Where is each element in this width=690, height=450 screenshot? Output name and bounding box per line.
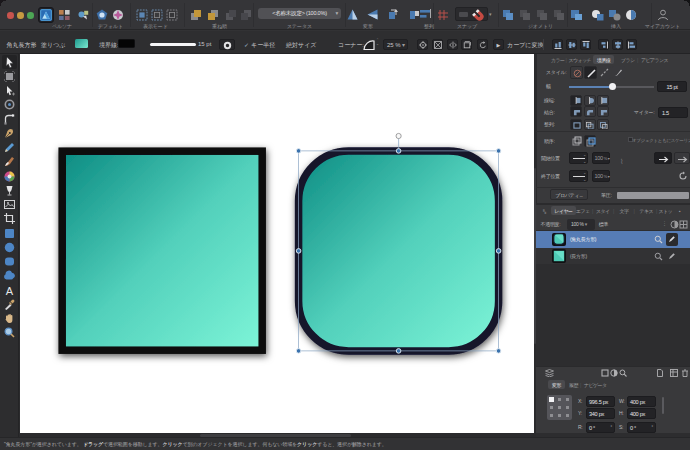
svg-text:A: A xyxy=(6,284,14,296)
